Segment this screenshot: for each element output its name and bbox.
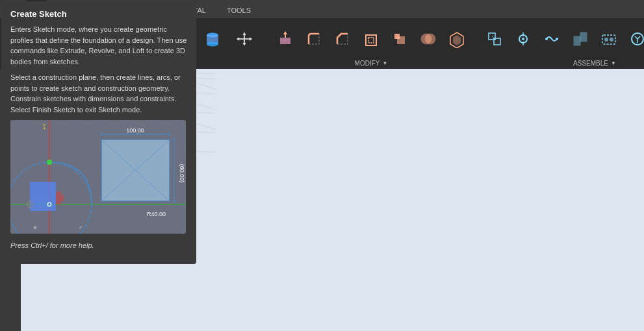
cylinder-icon <box>203 30 222 48</box>
rigid-group-icon <box>600 30 618 48</box>
svg-text:✓: ✓ <box>79 225 83 230</box>
motion-link-icon <box>543 30 561 48</box>
cylinder-button[interactable] <box>199 23 226 55</box>
tooltip-image: 100.00 (60.00) R40.00 <box>10 120 186 234</box>
svg-rect-167 <box>56 191 61 204</box>
assemble-label[interactable]: ASSEMBLE ▼ <box>573 60 616 69</box>
svg-text:100.00: 100.00 <box>126 127 144 134</box>
chamfer-button[interactable] <box>329 23 356 55</box>
svg-point-43 <box>556 38 558 40</box>
svg-rect-168 <box>61 195 64 201</box>
svg-marker-34 <box>453 35 461 45</box>
tooltip-title: Create Sketch <box>10 9 187 19</box>
svg-text:R40.00: R40.00 <box>147 211 166 217</box>
combine-icon <box>419 30 437 48</box>
svg-point-32 <box>425 34 435 44</box>
svg-rect-28 <box>368 38 374 43</box>
tooltip-footer: Press Ctrl+/ for more help. <box>10 240 187 251</box>
tooltip-popup: Create Sketch Enters Sketch mode, where … <box>1 1 196 264</box>
move-icon <box>235 30 253 48</box>
as-built-joint-icon <box>571 30 589 48</box>
offset-face-icon <box>448 30 466 48</box>
svg-marker-26 <box>283 31 287 34</box>
scale-icon <box>391 30 409 48</box>
svg-point-47 <box>604 38 608 42</box>
drive-joints-icon <box>628 30 644 48</box>
shell-button[interactable] <box>357 23 385 55</box>
svg-rect-30 <box>394 34 400 39</box>
svg-point-42 <box>545 38 548 40</box>
svg-marker-20 <box>242 32 246 35</box>
svg-rect-24 <box>280 38 290 44</box>
svg-point-39 <box>522 38 524 40</box>
tooltip-desc-1: Enters Sketch mode, where you create geo… <box>10 24 187 67</box>
svg-point-17 <box>207 42 218 47</box>
svg-marker-21 <box>242 43 246 45</box>
shell-icon <box>362 30 380 48</box>
joint-icon <box>514 30 532 48</box>
assemble-icons <box>480 18 644 60</box>
modify-label[interactable]: MODIFY ▼ <box>355 60 388 69</box>
chamfer-icon <box>333 30 352 48</box>
svg-point-48 <box>610 38 613 42</box>
assemble-dropdown-arrow: ▼ <box>611 60 616 66</box>
svg-marker-23 <box>250 37 252 40</box>
svg-rect-45 <box>580 32 587 42</box>
fillet-button[interactable] <box>300 23 328 55</box>
svg-text:+Y: +Y <box>42 123 47 130</box>
combine-button[interactable] <box>415 23 442 55</box>
svg-rect-44 <box>574 36 580 45</box>
section-modify: MODIFY ▼ <box>270 18 472 69</box>
modify-icons <box>270 18 472 60</box>
modify-dropdown-arrow: ▼ <box>382 60 387 66</box>
joint-button[interactable] <box>509 23 537 55</box>
svg-marker-22 <box>237 37 239 40</box>
svg-text:(60.00): (60.00) <box>179 164 185 183</box>
as-built-joint-button[interactable] <box>567 23 594 55</box>
move-button[interactable] <box>227 23 261 55</box>
drive-joints-button[interactable] <box>624 23 644 55</box>
new-component-button[interactable] <box>481 23 508 55</box>
svg-rect-158 <box>30 182 56 211</box>
svg-text:⊕: ⊕ <box>33 225 37 230</box>
svg-point-160 <box>48 203 51 206</box>
tooltip-desc-2: Select a construction plane, then create… <box>10 72 187 115</box>
press-pull-button[interactable] <box>272 23 299 55</box>
svg-rect-27 <box>366 35 376 45</box>
sketch-preview-svg: 100.00 (60.00) R40.00 <box>10 120 186 234</box>
rigid-group-button[interactable] <box>595 23 623 55</box>
svg-point-161 <box>47 160 52 165</box>
tab-tools[interactable]: TOOLS <box>216 3 261 18</box>
scale-button[interactable] <box>386 23 413 55</box>
offset-face-button[interactable] <box>443 23 470 55</box>
motion-link-button[interactable] <box>538 23 565 55</box>
new-component-icon <box>485 30 504 48</box>
press-pull-icon <box>276 30 294 48</box>
fillet-icon <box>305 30 323 48</box>
section-assemble: ASSEMBLE ▼ <box>480 18 644 69</box>
